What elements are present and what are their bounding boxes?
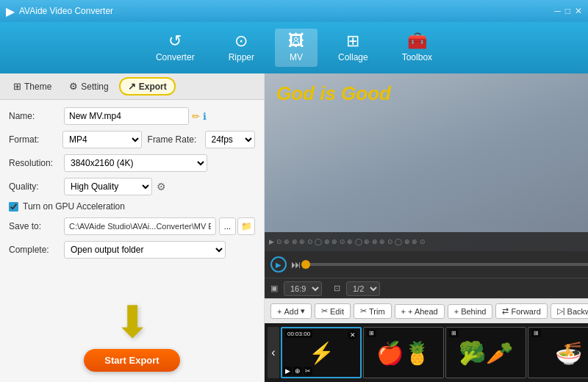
nav-item-collage[interactable]: ⊞ Collage — [325, 29, 381, 67]
frame-rate-select[interactable]: 24fps30fps60fps — [205, 131, 255, 148]
thumbnail-strip: ‹ 00:03:00 ✕ ⚡ ▶ ⊕ ✂ 🍎🍍 ⊞ 🥦🥕 ⊞ — [265, 323, 588, 382]
add-label: Add — [284, 307, 298, 316]
ahead-plus-icon: + — [401, 307, 406, 316]
edit-icon[interactable]: ✏ — [192, 111, 200, 122]
main-area: ⊞ Theme ⚙ Setting ↗ Export Name: ✏ ℹ — [0, 73, 588, 382]
tab-setting[interactable]: ⚙ Setting — [62, 79, 115, 94]
thumb1-close-icon[interactable]: ✕ — [348, 330, 357, 339]
save-label: Save to: — [9, 221, 64, 231]
nav-label-collage: Collage — [338, 52, 368, 62]
thumb2-corner-icon: ⊞ — [367, 329, 376, 337]
quality-gear-icon[interactable]: ⚙ — [157, 181, 166, 192]
window-controls: ─ □ ✕ — [554, 6, 582, 16]
converter-icon: ↺ — [168, 33, 182, 49]
edit-scissors-icon: ✂ — [321, 306, 328, 316]
thumbnail-2[interactable]: 🍎🍍 ⊞ — [363, 327, 444, 378]
thumbnail-1[interactable]: 00:03:00 ✕ ⚡ ▶ ⊕ ✂ — [281, 327, 362, 378]
nav-item-converter[interactable]: ↺ Converter — [143, 29, 208, 67]
backward-icon: ▷| — [557, 306, 565, 316]
nav-item-toolbox[interactable]: 🧰 Toolbox — [389, 29, 445, 67]
forward-label: Forward — [511, 307, 540, 316]
minimize-btn[interactable]: ─ — [554, 6, 561, 16]
thumb1-bottom-controls: ▶ ⊕ ✂ — [284, 367, 312, 375]
close-btn[interactable]: ✕ — [575, 6, 582, 16]
video-preview: God is Good — [265, 73, 588, 251]
format-select[interactable]: MP4AVIMOV — [62, 131, 141, 148]
quality-label: Quality: — [9, 181, 64, 192]
resolution-row: Resolution: 3840x2160 (4K)1920x1080 (FHD… — [9, 154, 255, 172]
progress-dot — [301, 260, 310, 269]
add-button[interactable]: + Add ▾ — [270, 303, 312, 319]
folder-button[interactable]: 📁 — [237, 217, 255, 235]
preview-canvas: God is Good — [265, 73, 588, 251]
nav-item-mv[interactable]: 🖼 MV — [275, 29, 318, 67]
forward-button[interactable]: ⇄ Forward — [495, 303, 547, 319]
aspect-ratio-select[interactable]: 16:94:31:1 — [284, 281, 322, 296]
sub-tabs: ⊞ Theme ⚙ Setting ↗ Export — [0, 73, 264, 100]
gpu-checkbox[interactable] — [9, 202, 18, 212]
edit-button[interactable]: ✂ Edit — [315, 303, 351, 319]
ahead-label: + Ahead — [408, 307, 438, 316]
tab-export[interactable]: ↗ Export — [119, 77, 176, 96]
name-input[interactable] — [64, 107, 189, 125]
thumb4-corner-icon: ⊞ — [531, 329, 541, 337]
trim-button[interactable]: ✂ Trim — [354, 303, 392, 319]
form-area: Name: ✏ ℹ Format: MP4AVIMOV Frame Rate: … — [0, 100, 264, 293]
app-title: AVAide Video Converter — [19, 6, 554, 16]
nav-label-ripper: Ripper — [229, 52, 254, 62]
theme-label: Theme — [24, 82, 51, 92]
left-panel: ⊞ Theme ⚙ Setting ↗ Export Name: ✏ ℹ — [0, 73, 265, 382]
behind-button[interactable]: + Behind — [448, 304, 493, 319]
thumb1-time: 00:03:00 — [285, 330, 312, 338]
maximize-btn[interactable]: □ — [565, 6, 570, 16]
nav-item-ripper[interactable]: ⊙ Ripper — [215, 29, 268, 67]
add-dropdown-icon: ▾ — [301, 306, 305, 316]
thumbnail-4[interactable]: 🍜 ⊞ — [528, 327, 588, 378]
add-icon: + — [277, 307, 282, 316]
info-icon[interactable]: ℹ — [203, 111, 207, 122]
format-label: Format: — [9, 134, 62, 145]
navbar: ↺ Converter ⊙ Ripper 🖼 MV ⊞ Collage 🧰 To… — [0, 22, 588, 73]
preview-bottom-icons: ▶ ⊙ ⊕ ⊗ ⊕ ⊙ ◯ ⊕ ⊗ ⊙ ⊕ ◯ ⊕ ⊗ ⊕ ⊙ ◯ ⊕ ⊗ ⊙ … — [265, 232, 588, 251]
export-area: ⬇ Start Export — [0, 293, 264, 382]
ripper-icon: ⊙ — [234, 33, 248, 49]
behind-label: Behind — [461, 307, 486, 316]
nav-label-mv: MV — [290, 52, 303, 62]
progress-bar[interactable] — [306, 263, 588, 266]
aspect-ratio-icon: ▣ — [270, 284, 278, 293]
play-button[interactable]: ▶ — [270, 256, 287, 273]
thumb3-corner-icon: ⊞ — [449, 329, 459, 337]
theme-grid-icon: ⊞ — [13, 81, 21, 92]
save-row: Save to: ... 📁 — [9, 217, 255, 235]
backward-button[interactable]: ▷| Backward — [551, 303, 588, 319]
tab-theme[interactable]: ⊞ Theme — [6, 79, 59, 94]
forward-icon: ⇄ — [502, 306, 509, 316]
resolution-select[interactable]: 3840x2160 (4K)1920x1080 (FHD) — [64, 154, 207, 172]
save-path-input[interactable] — [64, 217, 216, 235]
trim-label: Trim — [369, 307, 385, 316]
format-row: Format: MP4AVIMOV Frame Rate: 24fps30fps… — [9, 131, 255, 148]
ahead-button[interactable]: + + Ahead — [395, 304, 445, 319]
setting-label: Setting — [81, 82, 108, 92]
preview-title: God is Good — [276, 82, 391, 105]
thumbnail-3[interactable]: 🥦🥕 ⊞ — [445, 327, 526, 378]
down-arrow-graphic: ⬇ — [114, 300, 151, 345]
thumb-nav-left-button[interactable]: ‹ — [268, 327, 279, 378]
behind-plus-icon: + — [454, 307, 459, 316]
toolbox-icon: 🧰 — [407, 33, 427, 49]
skip-button[interactable]: ⏭ — [291, 259, 301, 270]
edit-label: Edit — [330, 307, 344, 316]
browse-button[interactable]: ... — [219, 217, 236, 235]
start-export-button[interactable]: Start Export — [84, 349, 179, 372]
trim-icon: ✂ — [360, 306, 367, 316]
nav-label-converter: Converter — [156, 52, 195, 62]
complete-row: Complete: Open output folderDo nothing — [9, 241, 255, 259]
export-label: Export — [139, 82, 167, 92]
setting-gear-icon: ⚙ — [69, 81, 78, 92]
preview-strip-icons: ▶ ⊙ ⊕ ⊗ ⊕ ⊙ ◯ ⊕ ⊗ ⊙ ⊕ ◯ ⊕ ⊗ ⊕ ⊙ ◯ ⊕ ⊗ ⊙ — [269, 238, 426, 245]
folder-icon: 📁 — [241, 221, 252, 231]
quality-select[interactable]: High QualityStandardLow — [64, 178, 152, 195]
quality-row: Quality: High QualityStandardLow ⚙ — [9, 178, 255, 195]
page-select[interactable]: 1/22/2 — [346, 281, 380, 296]
complete-select[interactable]: Open output folderDo nothing — [64, 241, 226, 259]
